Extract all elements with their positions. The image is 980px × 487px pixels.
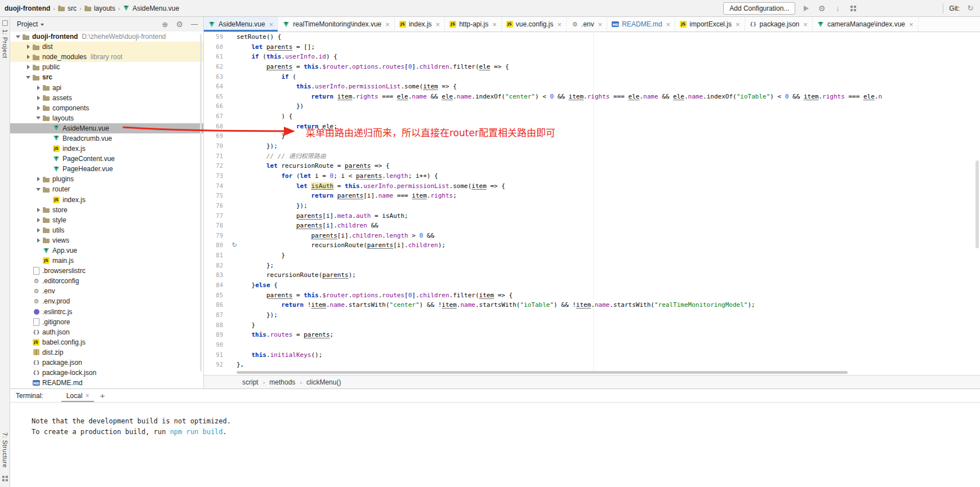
tree-item[interactable]: public bbox=[10, 62, 203, 72]
breadcrumb-item[interactable]: layouts bbox=[84, 5, 115, 12]
tree-item[interactable]: node_moduleslibrary root bbox=[10, 52, 203, 62]
line-number[interactable]: 75 bbox=[204, 191, 229, 201]
breadcrumb-item[interactable]: AsideMenu.vue bbox=[123, 5, 179, 12]
breadcrumb-item[interactable]: clickMenu() bbox=[306, 378, 341, 386]
line-number[interactable]: 92 bbox=[204, 360, 229, 370]
tree-item[interactable]: PageContent.vue bbox=[10, 154, 203, 164]
line-number[interactable]: 66 bbox=[204, 101, 229, 111]
code-line[interactable]: }else { bbox=[237, 280, 980, 291]
tree-item[interactable]: dist bbox=[10, 42, 203, 52]
editor-tab[interactable]: {}package.json× bbox=[745, 17, 813, 32]
tree-item[interactable]: utils bbox=[10, 225, 203, 235]
code-line[interactable]: setRoute() { bbox=[237, 32, 980, 42]
chevron-right-icon[interactable] bbox=[34, 106, 43, 110]
line-number[interactable]: 79 bbox=[204, 231, 229, 241]
line-number[interactable]: 59 bbox=[204, 32, 229, 42]
code-line[interactable]: this.userInfo.permissionList.some(item =… bbox=[237, 82, 980, 92]
code-line[interactable]: parents[i].children.length > 0 && bbox=[237, 231, 980, 241]
line-number[interactable]: 65 bbox=[204, 92, 229, 102]
line-number[interactable]: 73 bbox=[204, 171, 229, 181]
chevron-right-icon[interactable] bbox=[24, 44, 33, 49]
code-line[interactable]: parents[i].meta.auth = isAuth; bbox=[237, 211, 980, 221]
tree-item[interactable]: JSindex.js bbox=[10, 195, 203, 205]
line-number[interactable]: 70 bbox=[204, 141, 229, 151]
run-icon[interactable] bbox=[801, 3, 811, 14]
close-icon[interactable]: × bbox=[666, 21, 671, 28]
tree-item[interactable]: .eslintrc.js bbox=[10, 307, 203, 317]
chevron-right-icon[interactable] bbox=[34, 177, 43, 181]
code-line[interactable]: recursionRoute(parents); bbox=[237, 270, 980, 280]
chevron-right-icon[interactable] bbox=[34, 228, 43, 233]
close-icon[interactable]: × bbox=[598, 21, 603, 28]
code-line[interactable]: return item.rights === ele.name && ele.n… bbox=[237, 92, 980, 102]
tree-item[interactable]: .gitignore bbox=[10, 317, 203, 327]
line-number[interactable]: 86 bbox=[204, 300, 229, 310]
chevron-down-icon[interactable] bbox=[41, 24, 44, 26]
tree-item[interactable]: Breadcrumb.vue bbox=[10, 133, 203, 144]
line-number[interactable]: 90 bbox=[204, 340, 229, 350]
breadcrumb-item[interactable]: methods bbox=[269, 378, 295, 386]
tree-item[interactable]: {}package.json bbox=[10, 358, 203, 368]
tree-item[interactable]: ⚙.env.prod bbox=[10, 296, 203, 306]
tree-item[interactable]: JSindex.js bbox=[10, 144, 203, 154]
tree-item[interactable]: App.vue bbox=[10, 245, 203, 256]
chevron-down-icon[interactable] bbox=[14, 35, 23, 38]
line-number[interactable]: 87 bbox=[204, 310, 229, 320]
line-number[interactable]: 72 bbox=[204, 161, 229, 171]
line-number[interactable]: 82 bbox=[204, 261, 229, 271]
tree-item[interactable]: store bbox=[10, 205, 203, 215]
editor-tab[interactable]: ⚙.env× bbox=[567, 17, 607, 32]
code-line[interactable]: }; bbox=[237, 261, 980, 271]
hide-panel-icon[interactable] bbox=[191, 20, 198, 28]
settings-icon[interactable] bbox=[817, 3, 827, 14]
tree-item[interactable]: ⚙.editorconfig bbox=[10, 276, 203, 286]
tree-item[interactable]: {}package-lock.json bbox=[10, 368, 203, 378]
line-number[interactable]: 89 bbox=[204, 330, 229, 340]
line-number[interactable]: 62 bbox=[204, 62, 229, 72]
code-lines[interactable]: setRoute() { let parents = []; if (this.… bbox=[229, 32, 980, 370]
line-number[interactable]: 76 bbox=[204, 201, 229, 211]
tree-item[interactable]: style bbox=[10, 215, 203, 225]
breadcrumb-item[interactable]: src bbox=[58, 5, 77, 12]
close-icon[interactable]: × bbox=[803, 21, 808, 28]
tree-item[interactable]: MDREADME.md bbox=[10, 378, 203, 388]
close-icon[interactable]: × bbox=[436, 21, 440, 28]
line-number[interactable]: 60 bbox=[204, 42, 229, 52]
editor-tab[interactable]: cameraManage\index.vue× bbox=[813, 17, 919, 32]
line-number[interactable]: 81 bbox=[204, 251, 229, 261]
locate-file-icon[interactable] bbox=[162, 20, 168, 29]
editor-tab[interactable]: MDREADME.md× bbox=[607, 17, 675, 32]
chevron-right-icon[interactable] bbox=[34, 238, 43, 243]
line-number[interactable]: 84 bbox=[204, 280, 229, 291]
tree-item[interactable]: ⚙.env bbox=[10, 286, 203, 296]
code-line[interactable]: }) bbox=[237, 101, 980, 111]
code-line[interactable]: }); bbox=[237, 310, 980, 320]
tree-item[interactable]: {}auth.json bbox=[10, 327, 203, 337]
close-icon[interactable]: × bbox=[736, 21, 740, 28]
line-number[interactable]: 71 bbox=[204, 151, 229, 162]
chevron-right-icon[interactable] bbox=[24, 65, 33, 69]
tree-item[interactable]: JSmain.js bbox=[10, 256, 203, 266]
editor-gutter[interactable]: 5960616263646566676869707172737475767778… bbox=[204, 32, 229, 370]
line-number[interactable]: 61 bbox=[204, 52, 229, 62]
editor-vscrollbar[interactable] bbox=[974, 32, 980, 370]
close-icon[interactable]: × bbox=[385, 21, 390, 28]
breadcrumb-item[interactable]: script bbox=[242, 378, 259, 386]
code-line[interactable]: } bbox=[237, 251, 980, 261]
tree-item[interactable]: JSbabel.config.js bbox=[10, 337, 203, 347]
code-line[interactable]: let recursionRoute = parents => { bbox=[237, 161, 980, 171]
line-number[interactable]: 63 bbox=[204, 72, 229, 82]
code-line[interactable]: if ( bbox=[237, 72, 980, 82]
editor-hscrollbar[interactable] bbox=[204, 370, 980, 375]
terminal-tab-local[interactable]: Local bbox=[61, 389, 95, 402]
terminal-output[interactable]: Note that the development build is not o… bbox=[10, 403, 980, 437]
code-line[interactable]: this.initialKeys(); bbox=[237, 350, 980, 360]
tree-item[interactable]: PageHeader.vue bbox=[10, 164, 203, 174]
project-scrollbar[interactable] bbox=[200, 34, 202, 372]
breadcrumb-item[interactable]: duoji-frontend bbox=[5, 5, 50, 12]
tree-item[interactable]: duoji-frontendD:\zheheWeb\duoji-frontend bbox=[10, 32, 203, 42]
tree-item[interactable]: components bbox=[10, 103, 203, 113]
code-line[interactable]: this.routes = parents; bbox=[237, 330, 980, 340]
chevron-right-icon[interactable] bbox=[34, 218, 43, 222]
line-number[interactable]: 80↻ bbox=[204, 240, 229, 251]
